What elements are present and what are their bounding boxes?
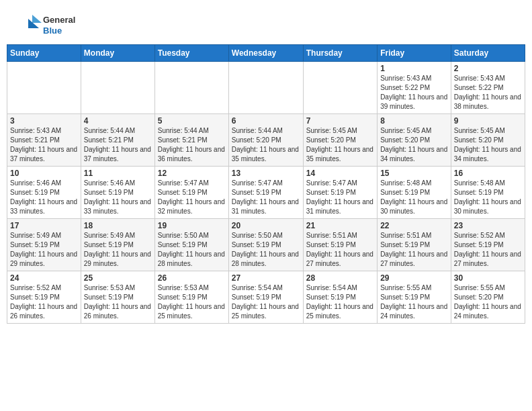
day-info: Sunrise: 5:49 AM Sunset: 5:19 PM Dayligh… xyxy=(10,231,78,269)
calendar-cell: 21Sunrise: 5:51 AM Sunset: 5:19 PM Dayli… xyxy=(303,219,377,271)
calendar-header-tuesday: Tuesday xyxy=(154,45,228,62)
calendar-cell: 24Sunrise: 5:52 AM Sunset: 5:19 PM Dayli… xyxy=(7,271,81,324)
day-info: Sunrise: 5:50 AM Sunset: 5:19 PM Dayligh… xyxy=(158,231,226,269)
day-number: 19 xyxy=(158,221,226,230)
logo-general-text: General xyxy=(43,15,75,26)
calendar-cell: 1Sunrise: 5:43 AM Sunset: 5:22 PM Daylig… xyxy=(378,62,451,114)
calendar-cell: 22Sunrise: 5:51 AM Sunset: 5:19 PM Dayli… xyxy=(378,219,451,271)
day-number: 5 xyxy=(158,116,226,126)
calendar-cell: 19Sunrise: 5:50 AM Sunset: 5:19 PM Dayli… xyxy=(154,219,228,271)
calendar-cell: 23Sunrise: 5:52 AM Sunset: 5:19 PM Dayli… xyxy=(451,219,525,271)
calendar-cell: 2Sunrise: 5:43 AM Sunset: 5:22 PM Daylig… xyxy=(451,62,525,114)
day-number: 13 xyxy=(232,169,300,178)
day-number: 18 xyxy=(84,221,152,230)
day-number: 7 xyxy=(306,116,374,126)
day-number: 6 xyxy=(232,116,300,126)
day-info: Sunrise: 5:55 AM Sunset: 5:20 PM Dayligh… xyxy=(454,283,522,321)
day-number: 22 xyxy=(380,221,448,230)
calendar-header-sunday: Sunday xyxy=(7,45,81,62)
day-number: 27 xyxy=(232,273,300,283)
day-number: 9 xyxy=(454,116,522,126)
logo-svg xyxy=(13,13,42,38)
day-number: 4 xyxy=(84,116,152,126)
calendar-header-thursday: Thursday xyxy=(303,45,377,62)
day-number: 3 xyxy=(10,116,78,126)
day-number: 2 xyxy=(454,64,522,73)
calendar-table: SundayMondayTuesdayWednesdayThursdayFrid… xyxy=(7,44,525,324)
day-info: Sunrise: 5:46 AM Sunset: 5:19 PM Dayligh… xyxy=(10,179,78,216)
day-info: Sunrise: 5:55 AM Sunset: 5:19 PM Dayligh… xyxy=(380,283,448,321)
day-info: Sunrise: 5:51 AM Sunset: 5:19 PM Dayligh… xyxy=(380,231,448,269)
calendar-cell: 18Sunrise: 5:49 AM Sunset: 5:19 PM Dayli… xyxy=(81,219,154,271)
calendar-cell xyxy=(228,62,303,114)
day-info: Sunrise: 5:45 AM Sunset: 5:20 PM Dayligh… xyxy=(380,126,448,164)
day-number: 24 xyxy=(10,273,78,283)
calendar-cell: 16Sunrise: 5:48 AM Sunset: 5:19 PM Dayli… xyxy=(451,167,525,219)
page-header: GeneralBlue xyxy=(7,7,525,42)
calendar-week-row: 24Sunrise: 5:52 AM Sunset: 5:19 PM Dayli… xyxy=(7,271,525,324)
day-number: 28 xyxy=(306,273,374,283)
calendar-week-row: 10Sunrise: 5:46 AM Sunset: 5:19 PM Dayli… xyxy=(7,167,525,219)
day-info: Sunrise: 5:53 AM Sunset: 5:19 PM Dayligh… xyxy=(84,283,152,321)
day-info: Sunrise: 5:48 AM Sunset: 5:19 PM Dayligh… xyxy=(380,179,448,216)
calendar-cell: 14Sunrise: 5:47 AM Sunset: 5:19 PM Dayli… xyxy=(303,167,377,219)
day-info: Sunrise: 5:53 AM Sunset: 5:19 PM Dayligh… xyxy=(158,283,226,321)
day-info: Sunrise: 5:49 AM Sunset: 5:19 PM Dayligh… xyxy=(84,231,152,269)
day-info: Sunrise: 5:44 AM Sunset: 5:21 PM Dayligh… xyxy=(84,126,152,164)
calendar-cell: 26Sunrise: 5:53 AM Sunset: 5:19 PM Dayli… xyxy=(154,271,228,324)
calendar-cell: 9Sunrise: 5:45 AM Sunset: 5:20 PM Daylig… xyxy=(451,114,525,167)
calendar-cell: 30Sunrise: 5:55 AM Sunset: 5:20 PM Dayli… xyxy=(451,271,525,324)
day-info: Sunrise: 5:52 AM Sunset: 5:19 PM Dayligh… xyxy=(454,231,522,269)
calendar-header-monday: Monday xyxy=(81,45,154,62)
day-number: 12 xyxy=(158,169,226,178)
day-number: 20 xyxy=(232,221,300,230)
day-number: 26 xyxy=(158,273,226,283)
calendar-cell: 17Sunrise: 5:49 AM Sunset: 5:19 PM Dayli… xyxy=(7,219,81,271)
calendar-cell: 15Sunrise: 5:48 AM Sunset: 5:19 PM Dayli… xyxy=(378,167,451,219)
calendar-cell: 12Sunrise: 5:47 AM Sunset: 5:19 PM Dayli… xyxy=(154,167,228,219)
calendar-cell: 8Sunrise: 5:45 AM Sunset: 5:20 PM Daylig… xyxy=(378,114,451,167)
day-info: Sunrise: 5:43 AM Sunset: 5:22 PM Dayligh… xyxy=(380,74,448,111)
logo: GeneralBlue xyxy=(13,13,75,38)
day-info: Sunrise: 5:54 AM Sunset: 5:19 PM Dayligh… xyxy=(232,283,300,321)
calendar-cell: 3Sunrise: 5:43 AM Sunset: 5:21 PM Daylig… xyxy=(7,114,81,167)
calendar-cell: 29Sunrise: 5:55 AM Sunset: 5:19 PM Dayli… xyxy=(378,271,451,324)
day-info: Sunrise: 5:45 AM Sunset: 5:20 PM Dayligh… xyxy=(306,126,374,164)
day-info: Sunrise: 5:48 AM Sunset: 5:19 PM Dayligh… xyxy=(454,179,522,216)
day-number: 25 xyxy=(84,273,152,283)
calendar-cell: 11Sunrise: 5:46 AM Sunset: 5:19 PM Dayli… xyxy=(81,167,154,219)
calendar-cell: 13Sunrise: 5:47 AM Sunset: 5:19 PM Dayli… xyxy=(228,167,303,219)
calendar-cell xyxy=(303,62,377,114)
day-number: 1 xyxy=(380,64,448,73)
day-info: Sunrise: 5:47 AM Sunset: 5:19 PM Dayligh… xyxy=(158,179,226,216)
day-number: 16 xyxy=(454,169,522,178)
day-info: Sunrise: 5:46 AM Sunset: 5:19 PM Dayligh… xyxy=(84,179,152,216)
day-info: Sunrise: 5:43 AM Sunset: 5:22 PM Dayligh… xyxy=(454,74,522,111)
calendar-cell: 10Sunrise: 5:46 AM Sunset: 5:19 PM Dayli… xyxy=(7,167,81,219)
calendar-header-wednesday: Wednesday xyxy=(228,45,303,62)
day-number: 15 xyxy=(380,169,448,178)
calendar-cell xyxy=(7,62,81,114)
day-number: 30 xyxy=(454,273,522,283)
day-number: 10 xyxy=(10,169,78,178)
day-number: 8 xyxy=(380,116,448,126)
day-number: 14 xyxy=(306,169,374,178)
calendar-cell: 25Sunrise: 5:53 AM Sunset: 5:19 PM Dayli… xyxy=(81,271,154,324)
calendar-week-row: 3Sunrise: 5:43 AM Sunset: 5:21 PM Daylig… xyxy=(7,114,525,167)
day-info: Sunrise: 5:52 AM Sunset: 5:19 PM Dayligh… xyxy=(10,283,78,321)
calendar-cell xyxy=(154,62,228,114)
logo-blue-text: Blue xyxy=(43,26,75,36)
day-number: 11 xyxy=(84,169,152,178)
day-info: Sunrise: 5:43 AM Sunset: 5:21 PM Dayligh… xyxy=(10,126,78,164)
calendar-header-saturday: Saturday xyxy=(451,45,525,62)
day-info: Sunrise: 5:47 AM Sunset: 5:19 PM Dayligh… xyxy=(306,179,374,216)
day-info: Sunrise: 5:54 AM Sunset: 5:19 PM Dayligh… xyxy=(306,283,374,321)
calendar-cell: 4Sunrise: 5:44 AM Sunset: 5:21 PM Daylig… xyxy=(81,114,154,167)
calendar-cell: 6Sunrise: 5:44 AM Sunset: 5:20 PM Daylig… xyxy=(228,114,303,167)
day-info: Sunrise: 5:51 AM Sunset: 5:19 PM Dayligh… xyxy=(306,231,374,269)
day-number: 29 xyxy=(380,273,448,283)
calendar-cell: 20Sunrise: 5:50 AM Sunset: 5:19 PM Dayli… xyxy=(228,219,303,271)
day-info: Sunrise: 5:44 AM Sunset: 5:20 PM Dayligh… xyxy=(232,126,300,164)
svg-marker-0 xyxy=(32,15,42,23)
calendar-cell: 27Sunrise: 5:54 AM Sunset: 5:19 PM Dayli… xyxy=(228,271,303,324)
